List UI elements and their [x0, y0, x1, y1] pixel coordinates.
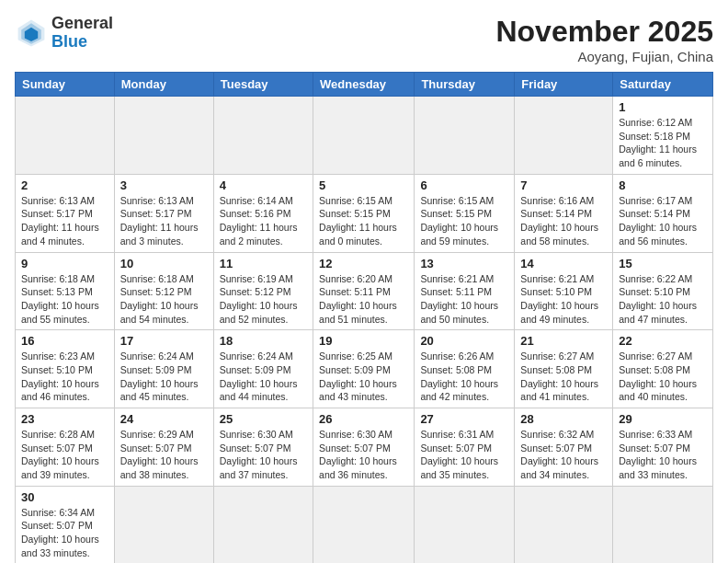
- day-number: 1: [619, 100, 707, 114]
- calendar-cell: [313, 486, 415, 563]
- day-info: Sunrise: 6:34 AM Sunset: 5:07 PM Dayligh…: [21, 506, 108, 560]
- day-number: 8: [619, 178, 707, 192]
- calendar-cell: [515, 486, 613, 563]
- calendar-cell: 25Sunrise: 6:30 AM Sunset: 5:07 PM Dayli…: [213, 408, 313, 487]
- day-number: 13: [420, 257, 508, 270]
- day-number: 6: [420, 178, 508, 192]
- calendar-cell: 13Sunrise: 6:21 AM Sunset: 5:11 PM Dayli…: [415, 252, 515, 330]
- day-info: Sunrise: 6:30 AM Sunset: 5:07 PM Dayligh…: [319, 428, 408, 482]
- month-title: November 2025: [495, 15, 713, 49]
- day-number: 16: [21, 334, 108, 348]
- day-number: 28: [520, 412, 607, 426]
- day-info: Sunrise: 6:24 AM Sunset: 5:09 PM Dayligh…: [220, 350, 307, 404]
- day-number: 20: [420, 334, 508, 348]
- calendar-cell: 20Sunrise: 6:26 AM Sunset: 5:08 PM Dayli…: [415, 330, 515, 408]
- calendar-cell: [313, 97, 415, 175]
- calendar-cell: 29Sunrise: 6:33 AM Sunset: 5:07 PM Dayli…: [613, 408, 713, 487]
- day-info: Sunrise: 6:17 AM Sunset: 5:14 PM Dayligh…: [619, 194, 707, 248]
- day-info: Sunrise: 6:21 AM Sunset: 5:11 PM Dayligh…: [420, 272, 508, 327]
- calendar-cell: [415, 97, 515, 175]
- calendar-cell: 19Sunrise: 6:25 AM Sunset: 5:09 PM Dayli…: [313, 330, 415, 408]
- calendar-cell: [613, 486, 713, 563]
- calendar-cell: 3Sunrise: 6:13 AM Sunset: 5:17 PM Daylig…: [114, 174, 213, 252]
- calendar-cell: [213, 97, 313, 175]
- day-info: Sunrise: 6:28 AM Sunset: 5:07 PM Dayligh…: [21, 428, 108, 482]
- day-info: Sunrise: 6:18 AM Sunset: 5:13 PM Dayligh…: [21, 272, 108, 327]
- day-info: Sunrise: 6:21 AM Sunset: 5:10 PM Dayligh…: [520, 272, 607, 327]
- calendar-cell: 4Sunrise: 6:14 AM Sunset: 5:16 PM Daylig…: [213, 174, 313, 252]
- day-number: 2: [21, 178, 108, 192]
- calendar-cell: 5Sunrise: 6:15 AM Sunset: 5:15 PM Daylig…: [313, 174, 415, 252]
- day-number: 9: [21, 257, 108, 270]
- calendar-cell: 12Sunrise: 6:20 AM Sunset: 5:11 PM Dayli…: [313, 252, 415, 330]
- calendar-cell: 27Sunrise: 6:31 AM Sunset: 5:07 PM Dayli…: [415, 408, 515, 487]
- calendar-cell: 16Sunrise: 6:23 AM Sunset: 5:10 PM Dayli…: [16, 330, 115, 408]
- day-info: Sunrise: 6:26 AM Sunset: 5:08 PM Dayligh…: [420, 350, 508, 404]
- day-info: Sunrise: 6:15 AM Sunset: 5:15 PM Dayligh…: [319, 194, 408, 248]
- day-info: Sunrise: 6:29 AM Sunset: 5:07 PM Dayligh…: [120, 428, 208, 482]
- day-number: 10: [120, 257, 208, 270]
- day-number: 15: [619, 257, 707, 270]
- calendar-cell: 8Sunrise: 6:17 AM Sunset: 5:14 PM Daylig…: [613, 174, 713, 252]
- day-number: 17: [120, 334, 208, 348]
- title-block: November 2025 Aoyang, Fujian, China: [495, 15, 713, 64]
- day-number: 25: [220, 412, 307, 426]
- logo: General Blue: [15, 15, 113, 52]
- day-info: Sunrise: 6:25 AM Sunset: 5:09 PM Dayligh…: [319, 350, 408, 404]
- day-info: Sunrise: 6:13 AM Sunset: 5:17 PM Dayligh…: [21, 194, 108, 248]
- day-info: Sunrise: 6:27 AM Sunset: 5:08 PM Dayligh…: [619, 350, 707, 404]
- weekday-header: Thursday: [415, 73, 515, 97]
- day-info: Sunrise: 6:31 AM Sunset: 5:07 PM Dayligh…: [420, 428, 508, 482]
- calendar-cell: 6Sunrise: 6:15 AM Sunset: 5:15 PM Daylig…: [415, 174, 515, 252]
- day-info: Sunrise: 6:30 AM Sunset: 5:07 PM Dayligh…: [220, 428, 307, 482]
- day-number: 4: [220, 178, 307, 192]
- day-info: Sunrise: 6:24 AM Sunset: 5:09 PM Dayligh…: [120, 350, 208, 404]
- day-info: Sunrise: 6:23 AM Sunset: 5:10 PM Dayligh…: [21, 350, 108, 404]
- logo-icon: [15, 17, 48, 50]
- day-info: Sunrise: 6:20 AM Sunset: 5:11 PM Dayligh…: [319, 272, 408, 327]
- day-number: 5: [319, 178, 408, 192]
- logo-text: General Blue: [51, 15, 113, 52]
- day-number: 14: [520, 257, 607, 270]
- day-info: Sunrise: 6:22 AM Sunset: 5:10 PM Dayligh…: [619, 272, 707, 327]
- calendar-cell: 1Sunrise: 6:12 AM Sunset: 5:18 PM Daylig…: [613, 97, 713, 175]
- subtitle: Aoyang, Fujian, China: [495, 49, 713, 64]
- day-info: Sunrise: 6:13 AM Sunset: 5:17 PM Dayligh…: [120, 194, 208, 248]
- day-number: 19: [319, 334, 408, 348]
- day-number: 30: [21, 490, 108, 504]
- calendar-cell: [515, 97, 613, 175]
- calendar-cell: 18Sunrise: 6:24 AM Sunset: 5:09 PM Dayli…: [213, 330, 313, 408]
- calendar-cell: 2Sunrise: 6:13 AM Sunset: 5:17 PM Daylig…: [16, 174, 115, 252]
- weekday-header: Friday: [515, 73, 613, 97]
- calendar-cell: 17Sunrise: 6:24 AM Sunset: 5:09 PM Dayli…: [114, 330, 213, 408]
- calendar-cell: 26Sunrise: 6:30 AM Sunset: 5:07 PM Dayli…: [313, 408, 415, 487]
- day-info: Sunrise: 6:15 AM Sunset: 5:15 PM Dayligh…: [420, 194, 508, 248]
- day-number: 27: [420, 412, 508, 426]
- calendar-cell: [114, 486, 213, 563]
- day-info: Sunrise: 6:14 AM Sunset: 5:16 PM Dayligh…: [220, 194, 307, 248]
- day-info: Sunrise: 6:19 AM Sunset: 5:12 PM Dayligh…: [220, 272, 307, 327]
- day-number: 12: [319, 257, 408, 270]
- weekday-header: Saturday: [613, 73, 713, 97]
- day-info: Sunrise: 6:32 AM Sunset: 5:07 PM Dayligh…: [520, 428, 607, 482]
- weekday-header: Sunday: [16, 73, 115, 97]
- day-number: 18: [220, 334, 307, 348]
- calendar-cell: 11Sunrise: 6:19 AM Sunset: 5:12 PM Dayli…: [213, 252, 313, 330]
- calendar-cell: 9Sunrise: 6:18 AM Sunset: 5:13 PM Daylig…: [16, 252, 115, 330]
- day-number: 23: [21, 412, 108, 426]
- day-number: 11: [220, 257, 307, 270]
- day-number: 3: [120, 178, 208, 192]
- weekday-header: Wednesday: [313, 73, 415, 97]
- calendar-cell: 24Sunrise: 6:29 AM Sunset: 5:07 PM Dayli…: [114, 408, 213, 487]
- weekday-header: Monday: [114, 73, 213, 97]
- calendar-cell: [415, 486, 515, 563]
- day-info: Sunrise: 6:12 AM Sunset: 5:18 PM Dayligh…: [619, 116, 707, 170]
- day-number: 21: [520, 334, 607, 348]
- day-number: 24: [120, 412, 208, 426]
- calendar-cell: 28Sunrise: 6:32 AM Sunset: 5:07 PM Dayli…: [515, 408, 613, 487]
- calendar-cell: 30Sunrise: 6:34 AM Sunset: 5:07 PM Dayli…: [16, 486, 115, 563]
- calendar-cell: [16, 97, 115, 175]
- page-header: General Blue November 2025 Aoyang, Fujia…: [15, 15, 713, 64]
- day-info: Sunrise: 6:33 AM Sunset: 5:07 PM Dayligh…: [619, 428, 707, 482]
- day-number: 7: [520, 178, 607, 192]
